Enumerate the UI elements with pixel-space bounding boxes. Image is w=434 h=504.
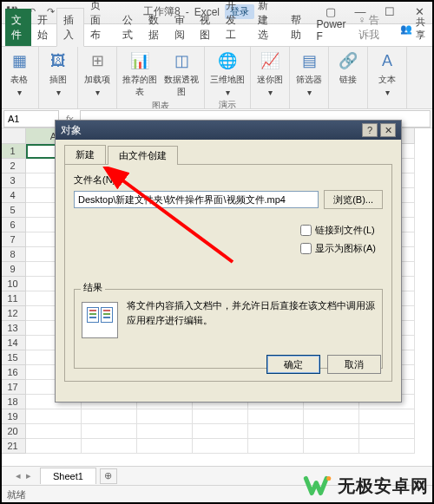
row-header-19[interactable]: 19 (0, 409, 26, 424)
filename-input[interactable] (74, 191, 319, 208)
link-to-file-checkbox[interactable]: 链接到文件(L) (300, 224, 376, 237)
cell[interactable] (248, 409, 304, 424)
cell[interactable] (193, 424, 248, 439)
row-header-2[interactable]: 2 (0, 159, 26, 173)
tab-data[interactable]: 数据 (142, 9, 168, 46)
cell[interactable] (137, 424, 193, 439)
cell[interactable] (26, 409, 82, 424)
tab-dev[interactable]: 开发工 (220, 0, 252, 46)
tab-power[interactable]: Power F (310, 14, 352, 46)
row-header-16[interactable]: 16 (0, 365, 26, 380)
row-header-9[interactable]: 9 (0, 262, 26, 277)
row-header-7[interactable]: 7 (0, 232, 26, 247)
filter-button[interactable]: ▤筛选器▾ (293, 49, 325, 97)
cell[interactable] (82, 424, 137, 439)
dialog-close-button[interactable]: ✕ (380, 123, 396, 137)
row-header-5[interactable]: 5 (0, 203, 26, 218)
tab-file[interactable]: 文件 (5, 9, 31, 46)
tab-review[interactable]: 审阅 (168, 9, 194, 46)
recommended-charts-button[interactable]: 📊推荐的图表 (121, 49, 159, 98)
result-label: 结果 (81, 281, 105, 294)
row-header-14[interactable]: 14 (0, 336, 26, 350)
chevron-down-icon: ▾ (268, 88, 273, 97)
row-header-3[interactable]: 3 (0, 173, 26, 188)
group-tours: 🌐三维地图▾ 演示 (205, 47, 251, 108)
link-button[interactable]: 🔗链接 (332, 49, 364, 86)
cell[interactable] (82, 439, 137, 454)
tab-create-from-file[interactable]: 由文件创建 (108, 146, 178, 165)
cell[interactable] (359, 409, 415, 424)
group-addins-title (96, 97, 99, 108)
select-all-corner[interactable] (0, 128, 26, 144)
chevron-down-icon: ▾ (56, 88, 61, 97)
text-button[interactable]: A文本▾ (372, 49, 403, 97)
dialog-help-button[interactable]: ? (362, 123, 378, 137)
cell[interactable] (304, 409, 359, 424)
sparkline-icon: 📈 (258, 49, 282, 72)
cell[interactable] (26, 424, 82, 439)
row-header-20[interactable]: 20 (0, 424, 26, 439)
cell[interactable] (193, 439, 248, 454)
cell[interactable] (26, 439, 82, 454)
tab-home[interactable]: 开始 (31, 9, 57, 46)
cell[interactable] (304, 424, 359, 439)
cancel-button[interactable]: 取消 (327, 355, 381, 374)
tab-insert[interactable]: 插入 (56, 8, 84, 47)
row-header-17[interactable]: 17 (0, 380, 26, 395)
sheet-prev-icon[interactable]: ◂ (16, 470, 21, 481)
table-icon: ▦ (7, 49, 31, 72)
tab-create-new[interactable]: 新建 (64, 145, 106, 164)
tables-button[interactable]: ▦表格▾ (3, 49, 35, 97)
dialog-pane: 文件名(N): 浏览(B)... 链接到文件(L) 显示为图标(A) 结果 将文… (64, 165, 392, 382)
tab-formula[interactable]: 公式 (116, 9, 142, 46)
share-label: 共享 (416, 16, 425, 42)
sheet-next-icon[interactable]: ▸ (26, 470, 31, 481)
show-as-icon-input[interactable] (300, 243, 312, 254)
name-box[interactable]: A1 (3, 110, 59, 128)
dialog-title-bar[interactable]: 对象 ? ✕ (56, 121, 401, 140)
sparklines-button[interactable]: 📈迷你图▾ (254, 49, 286, 97)
cell[interactable] (137, 409, 193, 424)
cell[interactable] (304, 439, 359, 454)
row-header-12[interactable]: 12 (0, 306, 26, 321)
tab-new[interactable]: 新建选 (252, 0, 284, 46)
pictures-button[interactable]: 🖼插图▾ (43, 49, 74, 97)
link-to-file-input[interactable] (300, 225, 312, 236)
pivot-chart-button[interactable]: ◫数据透视图 (162, 49, 201, 98)
group-text: A文本▾ (368, 47, 407, 108)
sheet-tab-1[interactable]: Sheet1 (40, 468, 96, 484)
dialog-title: 对象 (61, 123, 82, 138)
tab-help[interactable]: 帮助 (285, 9, 311, 46)
row-header-1[interactable]: 1 (0, 144, 26, 159)
cell[interactable] (248, 439, 304, 454)
cell[interactable] (359, 424, 415, 439)
tab-view[interactable]: 视图 (194, 9, 220, 46)
tab-layout[interactable]: 页面布 (84, 0, 116, 46)
cell[interactable] (137, 439, 193, 454)
addin-icon: ⊞ (85, 49, 109, 72)
addins-button[interactable]: ⊞加载项▾ (82, 49, 113, 97)
row-header-13[interactable]: 13 (0, 321, 26, 336)
row-header-11[interactable]: 11 (0, 291, 26, 306)
row-header-6[interactable]: 6 (0, 218, 26, 232)
row-header-4[interactable]: 4 (0, 188, 26, 203)
browse-button[interactable]: 浏览(B)... (324, 190, 383, 209)
ribbon: ▦表格▾ 🖼插图▾ ⊞加载项▾ 📊推荐的图表 ◫数据透视图 图表 🌐三维地图▾ … (0, 47, 434, 109)
show-as-icon-checkbox[interactable]: 显示为图标(A) (300, 242, 376, 255)
group-filter: ▤筛选器▾ (290, 47, 329, 108)
map3d-button[interactable]: 🌐三维地图▾ (208, 49, 247, 97)
add-sheet-button[interactable]: ⊕ (100, 468, 117, 484)
share-button[interactable]: 👥共享 (391, 11, 434, 46)
addins-label: 加载项 (84, 74, 110, 86)
row-header-18[interactable]: 18 (0, 395, 26, 409)
cell[interactable] (193, 409, 248, 424)
row-header-8[interactable]: 8 (0, 247, 26, 262)
cell[interactable] (82, 409, 137, 424)
row-header-21[interactable]: 21 (0, 439, 26, 454)
cell[interactable] (359, 439, 415, 454)
cell[interactable] (248, 424, 304, 439)
tab-tell-me[interactable]: ♀ 告诉我 (352, 9, 392, 46)
row-header-15[interactable]: 15 (0, 350, 26, 365)
row-header-10[interactable]: 10 (0, 277, 26, 291)
ok-button[interactable]: 确定 (266, 355, 320, 374)
